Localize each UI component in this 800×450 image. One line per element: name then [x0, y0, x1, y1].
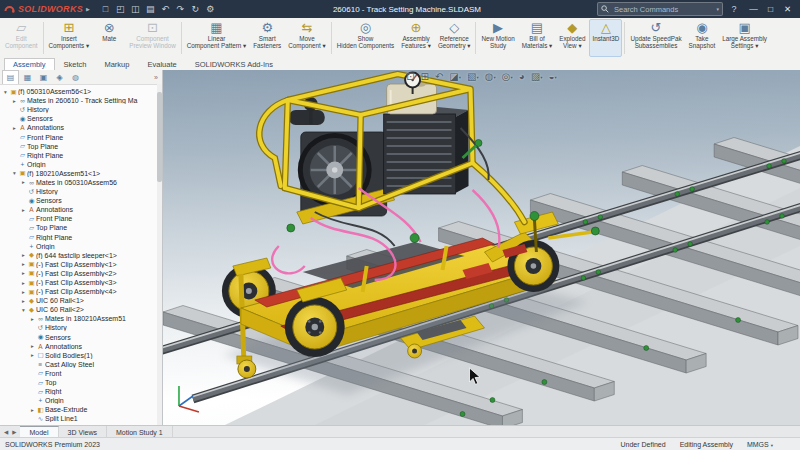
tab-sketch[interactable]: Sketch	[55, 58, 96, 70]
tree-item[interactable]: ▾▣(f) 050310Assem56<1>	[0, 87, 162, 96]
expand-arrow-icon[interactable]: ▸	[29, 316, 36, 322]
tree-item[interactable]: ▾▣(f) 180210Assem51<1>	[0, 169, 162, 178]
instant3d-button[interactable]: △Instant3D	[589, 19, 622, 57]
tree-item[interactable]: ≡Cast Alloy Steel	[0, 360, 162, 369]
tree-item[interactable]: ▸AAnnotations	[0, 123, 162, 132]
expand-arrow-icon[interactable]: ▸	[29, 407, 36, 413]
print-icon[interactable]: ▤	[144, 0, 157, 18]
display-style-icon[interactable]: ◍▾	[485, 71, 496, 82]
tab-evaluate[interactable]: Evaluate	[138, 58, 185, 70]
mate-button[interactable]: ⊗Mate	[93, 19, 125, 57]
command-search[interactable]: ▾	[597, 2, 723, 16]
options-icon[interactable]: ⚙	[204, 0, 217, 18]
expand-arrow-icon[interactable]: ▸	[20, 280, 27, 286]
menu-expand-icon[interactable]: ▶	[86, 6, 90, 12]
propertymanager-tab[interactable]: ▦	[20, 71, 35, 84]
panel-expand-icon[interactable]: »	[154, 74, 160, 81]
configurationmanager-tab[interactable]: ▣	[36, 71, 51, 84]
expand-arrow-icon[interactable]: ▾	[11, 170, 18, 176]
large-assembly-settings-button[interactable]: ▣Large AssemblySettings ▾	[719, 19, 770, 57]
expand-arrow-icon[interactable]: ▸	[20, 179, 27, 185]
open-file-icon[interactable]: ◰	[114, 0, 127, 18]
tree-item[interactable]: ↺History	[0, 105, 162, 114]
tree-item[interactable]: +Origin	[0, 160, 162, 169]
dimxpertmanager-tab[interactable]: ◈	[52, 71, 67, 84]
tab-assembly[interactable]: Assembly	[4, 58, 55, 70]
smart-fasteners-button[interactable]: ⚙SmartFasteners	[250, 19, 284, 57]
save-icon[interactable]: ◫	[129, 0, 142, 18]
tree-item[interactable]: ▸◧Base-Extrude	[0, 405, 162, 414]
search-input[interactable]	[612, 4, 713, 15]
take-snapshot-button[interactable]: ◉TakeSnapshot	[686, 19, 719, 57]
expand-arrow-icon[interactable]: ▸	[29, 343, 36, 349]
zoom-fit-icon[interactable]: ⊡	[406, 71, 414, 82]
assembly-features-button[interactable]: ⊕AssemblyFeatures ▾	[398, 19, 434, 57]
model-tab-next-icon[interactable]: ▶	[10, 429, 18, 435]
graphics-viewport[interactable]: ⊡⊞↶◪▾▧▾◍▾◎▾◕▨▾◒▾	[163, 70, 800, 426]
expand-arrow-icon[interactable]: ▸	[20, 261, 27, 267]
previous-view-icon[interactable]: ↶	[435, 71, 443, 82]
tree-item[interactable]: ▸∞Mates in 260610 - Track Setting Ma	[0, 96, 162, 105]
tree-item[interactable]: ▱Top Plane	[0, 142, 162, 151]
tree-scrollbar-thumb[interactable]	[157, 92, 162, 182]
tree-scrollbar[interactable]	[157, 84, 162, 426]
insert-components-button[interactable]: ⊞InsertComponents ▾	[46, 19, 93, 57]
tree-item[interactable]: ◉Sensors	[0, 196, 162, 205]
tree-item[interactable]: ▱Front	[0, 369, 162, 378]
tree-item[interactable]: ▱Right Plane	[0, 233, 162, 242]
move-component-button[interactable]: ⇆MoveComponent ▾	[285, 19, 328, 57]
tree-item[interactable]: ▸▣(-) Fast Clip Assembly<3>	[0, 278, 162, 287]
tab-solidworks-add-ins[interactable]: SOLIDWORKS Add-Ins	[186, 58, 282, 70]
tree-item[interactable]: ▸AAnnotations	[0, 205, 162, 214]
expand-arrow-icon[interactable]: ▸	[20, 252, 27, 258]
tree-item[interactable]: +Origin	[0, 242, 162, 251]
minimize-button[interactable]: —	[745, 0, 762, 18]
status-mmgs[interactable]: MMGS▾	[747, 441, 773, 448]
expand-arrow-icon[interactable]: ▸	[20, 270, 27, 276]
edit-appearance-icon[interactable]: ◕	[519, 71, 525, 82]
section-view-icon[interactable]: ◪▾	[449, 71, 461, 82]
view-settings-icon[interactable]: ◒▾	[549, 71, 557, 82]
solidworks-logo[interactable]: SOLIDWORKS ▶	[4, 4, 90, 15]
expand-arrow-icon[interactable]: ▸	[20, 207, 27, 213]
tree-item[interactable]: ▱Front Plane	[0, 132, 162, 141]
tree-item[interactable]: ▸▢Solid Bodies(1)	[0, 351, 162, 360]
tree-item[interactable]: ▱Right	[0, 387, 162, 396]
rebuild-icon[interactable]: ↻	[189, 0, 202, 18]
hide-show-items-icon[interactable]: ◎▾	[502, 71, 513, 82]
tree-item[interactable]: ▸AAnnotations	[0, 342, 162, 351]
tree-item[interactable]: ▱Top	[0, 378, 162, 387]
show-hidden-components-button[interactable]: ◎ShowHidden Components	[334, 19, 397, 57]
model-tab-prev-icon[interactable]: ◀	[2, 429, 10, 435]
expand-arrow-icon[interactable]: ▸	[29, 352, 36, 358]
tree-item[interactable]: ▱Front Plane	[0, 214, 162, 223]
exploded-view-button[interactable]: ◆ExplodedView ▾	[556, 19, 588, 57]
tree-item[interactable]: +Origin	[0, 396, 162, 405]
tree-item[interactable]: ▸◆UIC 60 Rail<1>	[0, 296, 162, 305]
reference-geometry-button[interactable]: ◇ReferenceGeometry ▾	[435, 19, 474, 57]
linear-component-pattern-button[interactable]: ▦LinearComponent Pattern ▾	[184, 19, 250, 57]
expand-arrow-icon[interactable]: ▸	[20, 298, 27, 304]
tab-markup[interactable]: Markup	[95, 58, 138, 70]
viewport-3d-scene[interactable]	[163, 70, 800, 426]
close-button[interactable]: ✕	[779, 0, 796, 18]
displaymanager-tab[interactable]: ◍	[68, 71, 83, 84]
tree-item[interactable]: ↺History	[0, 187, 162, 196]
expand-arrow-icon[interactable]: ▾	[2, 89, 9, 95]
view-orientation-icon[interactable]: ▧▾	[467, 71, 479, 82]
help-icon[interactable]: ?	[728, 4, 740, 14]
tree-item[interactable]: ▸∞Mates in 180210Assem51	[0, 314, 162, 323]
tree-item[interactable]: ▸∞Mates in 050310Assem56	[0, 178, 162, 187]
expand-arrow-icon[interactable]: ▾	[20, 307, 27, 313]
new-file-icon[interactable]: □	[99, 0, 112, 18]
tree-item[interactable]: ▸▣(-) Fast Clip Assembly<1>	[0, 260, 162, 269]
bill-of-materials-button[interactable]: ▤Bill ofMaterials ▾	[519, 19, 555, 57]
redo-icon[interactable]: ↷	[174, 0, 187, 18]
tree-item[interactable]: ▱Top Plane	[0, 223, 162, 232]
search-scope-caret-icon[interactable]: ▾	[716, 6, 719, 12]
tree-item[interactable]: ◉Sensors	[0, 114, 162, 123]
maximize-button[interactable]: □	[762, 0, 779, 18]
undo-icon[interactable]: ↶	[159, 0, 172, 18]
update-speedpak-button[interactable]: ↺Update SpeedPakSubassemblies	[627, 19, 684, 57]
tree-item[interactable]: ↺History	[0, 323, 162, 332]
